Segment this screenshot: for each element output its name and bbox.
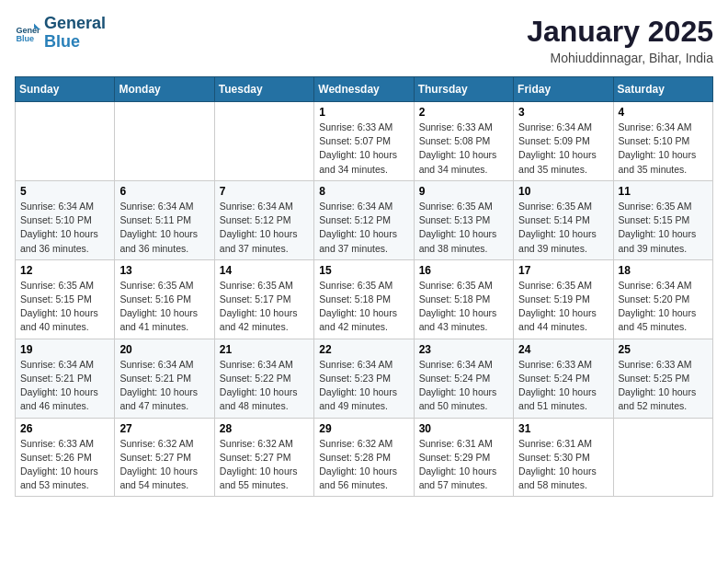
svg-text:Blue: Blue [16,34,34,43]
day-number: 31 [518,422,608,435]
table-row: 9Sunrise: 6:35 AM Sunset: 5:13 PM Daylig… [414,180,513,259]
table-row: 25Sunrise: 6:33 AM Sunset: 5:25 PM Dayli… [613,339,712,418]
day-number: 9 [419,185,508,198]
header-thursday: Thursday [414,77,513,102]
day-info: Sunrise: 6:34 AM Sunset: 5:11 PM Dayligh… [119,200,209,256]
day-info: Sunrise: 6:35 AM Sunset: 5:13 PM Dayligh… [419,200,508,256]
calendar-table: Sunday Monday Tuesday Wednesday Thursday… [15,76,713,497]
day-number: 23 [419,343,508,356]
day-number: 18 [619,264,708,277]
table-row: 18Sunrise: 6:34 AM Sunset: 5:20 PM Dayli… [613,259,712,339]
day-number: 10 [518,185,608,198]
table-row: 27Sunrise: 6:32 AM Sunset: 5:27 PM Dayli… [115,418,214,497]
day-info: Sunrise: 6:33 AM Sunset: 5:08 PM Dayligh… [419,121,508,177]
day-number: 30 [419,422,508,435]
calendar-week-row: 19Sunrise: 6:34 AM Sunset: 5:21 PM Dayli… [16,339,713,418]
day-info: Sunrise: 6:33 AM Sunset: 5:26 PM Dayligh… [20,437,109,493]
day-info: Sunrise: 6:31 AM Sunset: 5:29 PM Dayligh… [419,437,508,493]
table-row: 20Sunrise: 6:34 AM Sunset: 5:21 PM Dayli… [115,339,214,418]
table-row: 29Sunrise: 6:32 AM Sunset: 5:28 PM Dayli… [314,418,414,497]
day-number: 7 [220,185,309,198]
day-info: Sunrise: 6:35 AM Sunset: 5:18 PM Dayligh… [319,279,408,335]
day-number: 5 [20,185,109,198]
table-row: 21Sunrise: 6:34 AM Sunset: 5:22 PM Dayli… [214,339,313,418]
day-info: Sunrise: 6:34 AM Sunset: 5:12 PM Dayligh… [220,200,309,256]
table-row: 26Sunrise: 6:33 AM Sunset: 5:26 PM Dayli… [16,418,115,497]
logo-text: General [44,15,106,33]
header-wednesday: Wednesday [314,77,414,102]
day-info: Sunrise: 6:34 AM Sunset: 5:22 PM Dayligh… [220,358,309,414]
header-sunday: Sunday [16,77,115,102]
table-row: 23Sunrise: 6:34 AM Sunset: 5:24 PM Dayli… [414,339,513,418]
table-row [16,102,115,181]
table-row: 19Sunrise: 6:34 AM Sunset: 5:21 PM Dayli… [16,339,115,418]
day-number: 3 [518,106,608,119]
day-number: 6 [119,185,209,198]
day-number: 12 [20,264,109,277]
logo-text2: Blue [44,33,106,52]
calendar-week-row: 26Sunrise: 6:33 AM Sunset: 5:26 PM Dayli… [16,418,713,497]
day-number: 24 [518,343,608,356]
table-row: 8Sunrise: 6:34 AM Sunset: 5:12 PM Daylig… [314,180,414,259]
day-number: 29 [319,422,408,435]
table-row: 16Sunrise: 6:35 AM Sunset: 5:18 PM Dayli… [414,259,513,339]
day-info: Sunrise: 6:34 AM Sunset: 5:12 PM Dayligh… [319,200,408,256]
day-info: Sunrise: 6:34 AM Sunset: 5:09 PM Dayligh… [518,121,608,177]
day-info: Sunrise: 6:35 AM Sunset: 5:15 PM Dayligh… [20,279,109,335]
table-row [214,102,313,181]
day-number: 15 [319,264,408,277]
day-number: 20 [119,343,209,356]
table-row: 13Sunrise: 6:35 AM Sunset: 5:16 PM Dayli… [115,259,214,339]
day-info: Sunrise: 6:34 AM Sunset: 5:21 PM Dayligh… [20,358,109,414]
day-info: Sunrise: 6:35 AM Sunset: 5:19 PM Dayligh… [518,279,608,335]
day-info: Sunrise: 6:34 AM Sunset: 5:20 PM Dayligh… [619,279,708,335]
table-row: 4Sunrise: 6:34 AM Sunset: 5:10 PM Daylig… [613,102,712,181]
day-info: Sunrise: 6:34 AM Sunset: 5:24 PM Dayligh… [419,358,508,414]
day-info: Sunrise: 6:34 AM Sunset: 5:21 PM Dayligh… [119,358,209,414]
table-row: 7Sunrise: 6:34 AM Sunset: 5:12 PM Daylig… [214,180,313,259]
day-info: Sunrise: 6:31 AM Sunset: 5:30 PM Dayligh… [518,437,608,493]
day-number: 16 [419,264,508,277]
table-row: 5Sunrise: 6:34 AM Sunset: 5:10 PM Daylig… [16,180,115,259]
day-number: 8 [319,185,408,198]
day-info: Sunrise: 6:33 AM Sunset: 5:24 PM Dayligh… [518,358,608,414]
day-info: Sunrise: 6:32 AM Sunset: 5:27 PM Dayligh… [220,437,309,493]
page-header: General Blue General Blue January 2025 M… [15,15,713,65]
day-info: Sunrise: 6:35 AM Sunset: 5:16 PM Dayligh… [119,279,209,335]
header-saturday: Saturday [613,77,712,102]
table-row: 22Sunrise: 6:34 AM Sunset: 5:23 PM Dayli… [314,339,414,418]
day-number: 14 [220,264,309,277]
header-monday: Monday [115,77,214,102]
day-info: Sunrise: 6:32 AM Sunset: 5:28 PM Dayligh… [319,437,408,493]
table-row: 6Sunrise: 6:34 AM Sunset: 5:11 PM Daylig… [115,180,214,259]
day-info: Sunrise: 6:35 AM Sunset: 5:18 PM Dayligh… [419,279,508,335]
calendar-week-row: 12Sunrise: 6:35 AM Sunset: 5:15 PM Dayli… [16,259,713,339]
day-number: 26 [20,422,109,435]
header-friday: Friday [514,77,613,102]
table-row: 14Sunrise: 6:35 AM Sunset: 5:17 PM Dayli… [214,259,313,339]
table-row: 15Sunrise: 6:35 AM Sunset: 5:18 PM Dayli… [314,259,414,339]
day-number: 25 [619,343,708,356]
title-block: January 2025 Mohiuddinnagar, Bihar, Indi… [527,15,713,65]
day-info: Sunrise: 6:35 AM Sunset: 5:15 PM Dayligh… [619,200,708,256]
calendar-subtitle: Mohiuddinnagar, Bihar, India [527,51,713,65]
day-info: Sunrise: 6:35 AM Sunset: 5:14 PM Dayligh… [518,200,608,256]
table-row: 31Sunrise: 6:31 AM Sunset: 5:30 PM Dayli… [514,418,613,497]
logo-icon: General Blue [15,20,40,46]
table-row: 2Sunrise: 6:33 AM Sunset: 5:08 PM Daylig… [414,102,513,181]
day-number: 2 [419,106,508,119]
day-number: 19 [20,343,109,356]
table-row: 28Sunrise: 6:32 AM Sunset: 5:27 PM Dayli… [214,418,313,497]
day-number: 1 [319,106,408,119]
day-number: 28 [220,422,309,435]
table-row: 24Sunrise: 6:33 AM Sunset: 5:24 PM Dayli… [514,339,613,418]
table-row: 10Sunrise: 6:35 AM Sunset: 5:14 PM Dayli… [514,180,613,259]
day-info: Sunrise: 6:35 AM Sunset: 5:17 PM Dayligh… [220,279,309,335]
day-number: 11 [619,185,708,198]
table-row [115,102,214,181]
table-row: 11Sunrise: 6:35 AM Sunset: 5:15 PM Dayli… [613,180,712,259]
header-tuesday: Tuesday [214,77,313,102]
table-row: 1Sunrise: 6:33 AM Sunset: 5:07 PM Daylig… [314,102,414,181]
day-number: 17 [518,264,608,277]
table-row: 3Sunrise: 6:34 AM Sunset: 5:09 PM Daylig… [514,102,613,181]
